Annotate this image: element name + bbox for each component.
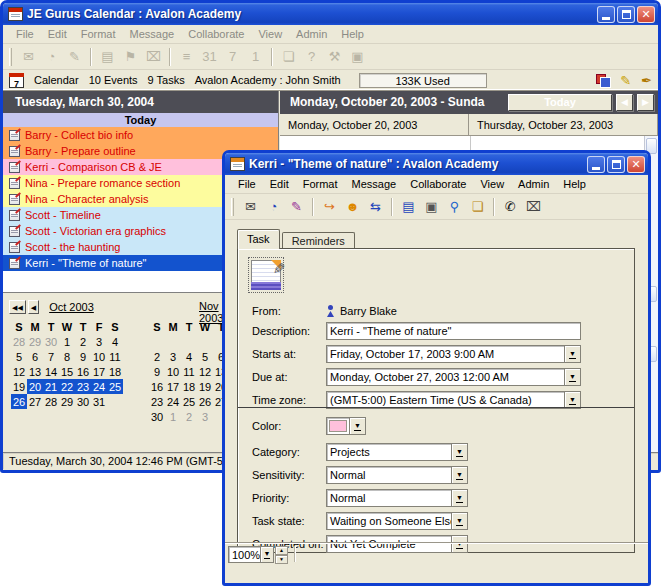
main-minimize-button[interactable]	[597, 6, 615, 23]
menu-item-format[interactable]: Format	[296, 176, 345, 192]
calendar-day-cell[interactable]: 1	[59, 334, 75, 349]
calendar-day-cell[interactable]: 24	[91, 379, 107, 394]
print-button[interactable]: ▣	[346, 46, 369, 67]
calendar-day-cell[interactable]: 13	[27, 364, 43, 379]
dialog-close-button[interactable]: ✕	[627, 156, 645, 173]
starts-at-dropdown[interactable]: Friday, October 17, 2003 9:00 AM ▼	[326, 345, 581, 363]
new-task-button[interactable]: ✎	[63, 46, 86, 67]
menu-item-view[interactable]: View	[251, 26, 289, 42]
chevron-down-icon[interactable]: ▼	[564, 369, 580, 385]
menu-item-file[interactable]: File	[9, 26, 41, 42]
menu-item-edit[interactable]: Edit	[263, 176, 296, 192]
menu-item-admin[interactable]: Admin	[289, 26, 334, 42]
chevron-down-icon[interactable]: ▼	[451, 513, 467, 529]
calendar-day-cell[interactable]: 3	[91, 334, 107, 349]
prev-year-button[interactable]: ◀◀	[9, 300, 26, 314]
calendar-day-cell[interactable]: 11	[107, 349, 123, 364]
delete-button[interactable]: ⌧	[142, 46, 165, 67]
calendar-day-cell[interactable]: 8	[59, 349, 75, 364]
details-button[interactable]: ▤	[397, 196, 420, 217]
calendar-day-cell[interactable]: 28	[43, 394, 59, 409]
calendar-day-cell[interactable]: 3	[165, 349, 181, 364]
calendar-day-cell[interactable]: 18	[107, 364, 123, 379]
description-input[interactable]	[326, 322, 581, 340]
calendar-day-cell[interactable]: 9	[75, 349, 91, 364]
list-view-button[interactable]: ≡	[175, 46, 198, 67]
calendar-day-cell[interactable]: 19	[197, 379, 213, 394]
calendar-day-cell[interactable]: 23	[75, 379, 91, 394]
menu-item-collaborate[interactable]: Collaborate	[181, 26, 251, 42]
presence-button[interactable]: ☻	[341, 196, 364, 217]
chevron-down-icon[interactable]: ▼	[260, 547, 273, 562]
calendar-day-cell[interactable]: 29	[59, 394, 75, 409]
forward-button[interactable]: ↪	[318, 196, 341, 217]
calendar-day-cell[interactable]: 11	[181, 364, 197, 379]
calendar-day-cell[interactable]: 27	[27, 394, 43, 409]
main-close-button[interactable]: ✕	[637, 6, 655, 23]
event-row[interactable]: Barry - Collect bio info	[3, 127, 278, 143]
file-button[interactable]: ❏	[277, 46, 300, 67]
month-view-button[interactable]: 31	[198, 46, 221, 67]
calendar-day-cell[interactable]: 5	[11, 349, 27, 364]
spin-up-icon[interactable]: ▲	[275, 546, 288, 555]
calendar-day-cell[interactable]: 16	[75, 364, 91, 379]
calendar-day-cell[interactable]: 4	[107, 334, 123, 349]
new-event-button[interactable]: ✉	[17, 46, 40, 67]
calendar-day-cell[interactable]: 10	[165, 364, 181, 379]
menu-item-message[interactable]: Message	[345, 176, 404, 192]
calendar-day-cell[interactable]: 25	[107, 379, 123, 394]
calendar-day-cell[interactable]: 10	[91, 349, 107, 364]
menu-item-format[interactable]: Format	[74, 26, 123, 42]
help-button[interactable]: ?	[300, 46, 323, 67]
day-column-header-2[interactable]: Thursday, October 23, 2003	[469, 114, 658, 135]
calendar-day-cell[interactable]: 24	[165, 394, 181, 409]
calendar-day-cell[interactable]: 19	[11, 379, 27, 394]
calendar-day-cell[interactable]: 29	[27, 334, 43, 349]
delete-button[interactable]: ⌧	[522, 196, 545, 217]
calendar-day-cell[interactable]: 21	[43, 379, 59, 394]
pages-icon[interactable]	[596, 74, 610, 87]
prev-month-button[interactable]: ◀	[28, 300, 39, 314]
calendar-day-cell[interactable]: 16	[149, 379, 165, 394]
calendar-day-cell[interactable]: 26	[11, 394, 27, 409]
call-button[interactable]: ✆	[499, 196, 522, 217]
calendar-day-cell[interactable]: 7	[43, 349, 59, 364]
calendar-day-cell[interactable]: 30	[149, 409, 165, 424]
menu-item-file[interactable]: File	[231, 176, 263, 192]
main-maximize-button[interactable]	[617, 6, 635, 23]
month-label-october[interactable]: Oct 2003	[49, 301, 94, 313]
priority-dropdown[interactable]: Normal ▼	[326, 489, 468, 507]
calendar-day-cell[interactable]: 14	[43, 364, 59, 379]
calendar-day-cell[interactable]: 12	[197, 364, 213, 379]
calendar-day-cell[interactable]: 17	[91, 364, 107, 379]
calendar-day-cell[interactable]: 20	[27, 379, 43, 394]
day-column-header-1[interactable]: Monday, October 20, 2003	[280, 114, 469, 135]
calendar-day-cell[interactable]: 2	[75, 334, 91, 349]
reply-button[interactable]: ⇆	[364, 196, 387, 217]
dialog-minimize-button[interactable]	[587, 156, 605, 173]
calendar-day-cell[interactable]: 4	[181, 349, 197, 364]
signature-pen-icon[interactable]: ✒	[641, 73, 652, 88]
week-view-button[interactable]: 7	[221, 46, 244, 67]
print-button[interactable]: ▣	[420, 196, 443, 217]
calendar-day-cell[interactable]: 15	[59, 364, 75, 379]
calendar-day-cell[interactable]: 9	[149, 364, 165, 379]
calendar-day-cell[interactable]: 5	[197, 349, 213, 364]
calendar-day-cell[interactable]: 30	[43, 334, 59, 349]
tab-task[interactable]: Task	[237, 229, 280, 249]
calendar-day-cell[interactable]: 3	[197, 409, 213, 424]
new-alarm-button[interactable]: ◔	[262, 196, 285, 217]
calendar-day-cell[interactable]: 17	[165, 379, 181, 394]
calendar-day-cell[interactable]: 25	[181, 394, 197, 409]
calendar-day-cell[interactable]: 30	[75, 394, 91, 409]
file-button[interactable]: ❏	[466, 196, 489, 217]
category-dropdown[interactable]: Projects ▼	[326, 443, 468, 461]
spin-down-icon[interactable]: ▼	[275, 555, 288, 564]
calendar-day-cell[interactable]: 22	[59, 379, 75, 394]
today-button[interactable]: Today	[508, 94, 612, 111]
chevron-down-icon[interactable]: ▼	[451, 490, 467, 506]
calendar-day-cell[interactable]: 26	[197, 394, 213, 409]
chevron-down-icon[interactable]: ▼	[349, 418, 365, 434]
color-dropdown[interactable]: ▼	[326, 417, 366, 435]
new-task-button[interactable]: ✎	[285, 196, 308, 217]
